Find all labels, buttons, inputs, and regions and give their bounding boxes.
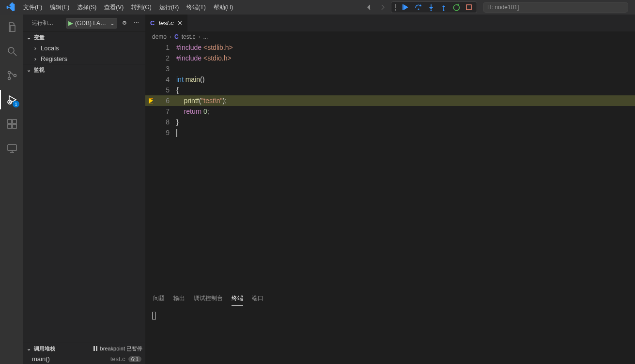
- menu-item[interactable]: 帮助(H): [210, 1, 237, 14]
- code-line[interactable]: 3: [145, 63, 635, 74]
- code-line[interactable]: 6 printf("test\n");: [145, 95, 635, 106]
- menu-item[interactable]: 选择(S): [73, 1, 100, 14]
- svg-point-8: [14, 75, 16, 77]
- menu-item[interactable]: 文件(F): [19, 1, 46, 14]
- activity-extensions[interactable]: [0, 114, 23, 134]
- code-line[interactable]: 4int main(): [145, 74, 635, 85]
- gear-icon[interactable]: ⚙: [120, 20, 129, 26]
- line-number: 7: [155, 106, 176, 117]
- glyph-margin[interactable]: [145, 127, 155, 138]
- line-content: [176, 63, 635, 74]
- breadcrumb-item[interactable]: test.c: [182, 33, 196, 40]
- chevron-right-icon: ›: [198, 33, 200, 40]
- editor-cursor: [176, 129, 177, 137]
- step-out-button[interactable]: [438, 2, 449, 13]
- play-icon: ▶: [68, 19, 73, 27]
- activity-explorer[interactable]: [0, 17, 23, 37]
- restart-button[interactable]: [450, 2, 462, 13]
- menu-bar: 文件(F)编辑(E)选择(S)查看(V)转到(G)运行(R)终端(T)帮助(H): [19, 1, 237, 14]
- vscode-logo-icon: [6, 2, 15, 12]
- line-content: printf("test\n");: [176, 95, 635, 106]
- activity-remote[interactable]: [0, 138, 23, 158]
- variables-registers[interactable]: › Registers: [23, 53, 145, 64]
- svg-point-6: [8, 72, 11, 74]
- stop-button[interactable]: [463, 2, 475, 13]
- c-lang-icon: C: [174, 33, 179, 40]
- panel-tab[interactable]: 终端: [232, 294, 243, 306]
- svg-point-1: [418, 9, 419, 10]
- code-line[interactable]: 1#include <stdlib.h>: [145, 42, 635, 53]
- glyph-margin[interactable]: [145, 95, 155, 106]
- grip-icon[interactable]: [393, 3, 398, 11]
- nav-forward-icon[interactable]: [377, 2, 388, 13]
- chevron-down-icon: ⌄: [25, 67, 32, 73]
- breadcrumbs[interactable]: demo › C test.c › ...: [145, 31, 635, 42]
- section-watch: ⌄ 监视: [23, 64, 145, 151]
- code-line[interactable]: 2#include <stdio.h>: [145, 53, 635, 63]
- glyph-margin[interactable]: [145, 42, 155, 53]
- svg-rect-15: [93, 346, 95, 351]
- sidebar-title: 运行和…: [32, 19, 63, 27]
- section-callstack: ⌄ 调用堆栈 breakpoint 已暂停 main() test.c 6:1: [23, 343, 145, 364]
- code-line[interactable]: 5{: [145, 85, 635, 95]
- section-header-callstack[interactable]: ⌄ 调用堆栈 breakpoint 已暂停: [23, 343, 145, 354]
- panel-tab[interactable]: 调试控制台: [194, 294, 223, 306]
- panel-tab[interactable]: 端口: [252, 294, 263, 306]
- svg-rect-12: [13, 124, 16, 128]
- variables-locals[interactable]: › Locals: [23, 43, 145, 53]
- chevron-down-icon: ⌄: [25, 346, 32, 352]
- pause-icon: [93, 346, 98, 351]
- code-line[interactable]: 7 return 0;: [145, 106, 635, 117]
- line-content: {: [176, 85, 635, 95]
- menu-item[interactable]: 终端(T): [183, 1, 209, 14]
- menu-item[interactable]: 查看(V): [100, 1, 127, 14]
- glyph-margin[interactable]: [145, 106, 155, 117]
- editor-tab[interactable]: C test.c ✕: [145, 15, 188, 31]
- glyph-margin[interactable]: [145, 85, 155, 95]
- activity-scm[interactable]: [0, 66, 23, 85]
- callstack-frame[interactable]: main() test.c 6:1: [23, 354, 145, 364]
- menu-item[interactable]: 转到(G): [127, 1, 155, 14]
- activity-run-debug[interactable]: 1: [0, 90, 23, 109]
- terminal-body[interactable]: [145, 308, 635, 364]
- code-line[interactable]: 9: [145, 127, 635, 138]
- line-number: 9: [155, 127, 176, 138]
- panel-tab[interactable]: 输出: [173, 294, 185, 306]
- glyph-margin[interactable]: [145, 117, 155, 127]
- chevron-right-icon: ›: [32, 55, 39, 62]
- more-icon[interactable]: ⋯: [132, 20, 140, 26]
- svg-point-3: [443, 10, 445, 11]
- line-number: 2: [155, 53, 176, 63]
- svg-point-2: [431, 10, 432, 11]
- glyph-margin[interactable]: [145, 74, 155, 85]
- chevron-down-icon: ⌄: [25, 34, 32, 41]
- section-label: 变量: [34, 34, 45, 41]
- launch-config-name: (gdb) laun: [75, 20, 108, 27]
- breadcrumb-item[interactable]: ...: [203, 33, 208, 40]
- activity-bar: 1: [0, 15, 23, 364]
- breadcrumb-item[interactable]: demo: [152, 33, 167, 40]
- section-header-watch[interactable]: ⌄ 监视: [23, 64, 145, 75]
- close-icon[interactable]: ✕: [177, 19, 183, 27]
- activity-search[interactable]: [0, 42, 23, 61]
- glyph-margin[interactable]: [145, 63, 155, 74]
- code-editor[interactable]: 1#include <stdlib.h>2#include <stdio.h>3…: [145, 42, 635, 291]
- svg-rect-16: [96, 346, 97, 351]
- launch-config-select[interactable]: ▶ (gdb) laun ⌄: [66, 18, 117, 29]
- menu-item[interactable]: 运行(R): [155, 1, 183, 14]
- code-line[interactable]: 8}: [145, 117, 635, 127]
- nav-back-icon[interactable]: [364, 2, 374, 13]
- panel-tabs: 问题输出调试控制台终端端口: [145, 292, 635, 308]
- step-into-button[interactable]: [425, 2, 437, 13]
- section-header-variables[interactable]: ⌄ 变量: [23, 32, 145, 43]
- step-over-button[interactable]: [413, 2, 424, 13]
- svg-rect-10: [8, 120, 12, 123]
- chevron-down-icon: ⌄: [110, 20, 115, 27]
- line-content: #include <stdlib.h>: [176, 42, 635, 53]
- continue-button[interactable]: [400, 2, 412, 13]
- glyph-margin[interactable]: [145, 53, 155, 63]
- svg-rect-4: [466, 5, 471, 10]
- menu-item[interactable]: 编辑(E): [46, 1, 73, 14]
- panel-tab[interactable]: 问题: [153, 294, 165, 306]
- command-center[interactable]: H: node101]: [483, 2, 628, 13]
